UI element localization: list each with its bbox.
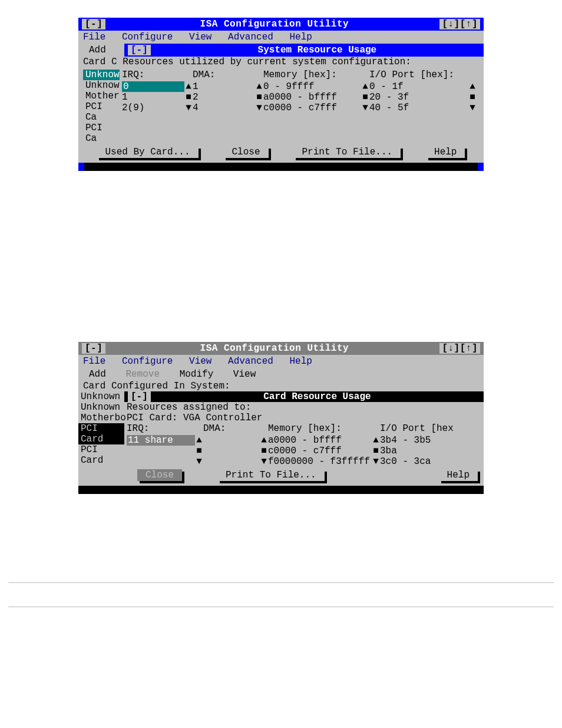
app-title: ISA Configuration Utility	[109, 19, 439, 29]
scroll-up-icon[interactable]	[195, 435, 203, 446]
scroll-up-icon[interactable]	[260, 435, 268, 446]
scroll-thumb-icon[interactable]	[361, 92, 369, 103]
dialog-title: Card Resource Usage	[154, 391, 480, 402]
menu-view[interactable]: View	[189, 356, 211, 367]
scroll-thumb-icon[interactable]	[372, 446, 380, 456]
irq-value[interactable]: 0	[122, 81, 184, 92]
resource-row[interactable]: 0 1 0 - 9ffff 0 - 1f	[122, 81, 477, 92]
io-value[interactable]: 0 - 1f	[369, 81, 468, 92]
card-list-item[interactable]: PCI Card	[78, 444, 124, 466]
sysmenu-button[interactable]: [-]	[82, 19, 105, 29]
submenu-modify[interactable]: Modify	[180, 369, 214, 380]
used-by-card-button[interactable]: Used By Card...	[97, 146, 198, 158]
menu-advanced[interactable]: Advanced	[228, 356, 273, 367]
separator	[8, 607, 554, 607]
card-list-item[interactable]: PCI Ca	[83, 123, 120, 144]
dialog-headline: Card C Resources utilized by current sys…	[78, 57, 484, 67]
menu-configure[interactable]: Configure	[122, 32, 173, 42]
memory-value[interactable]: 0 - 9ffff	[263, 81, 361, 92]
menu-help[interactable]: Help	[289, 356, 312, 367]
configured-label: Card Configured In System:	[78, 381, 484, 391]
assigned-card: PCI Card: VGA Controller	[127, 413, 481, 423]
scroll-up-icon[interactable]	[255, 81, 263, 92]
resource-row[interactable]: 1 2 a0000 - bffff 20 - 3f	[122, 92, 477, 103]
card-list[interactable]: Unknown	[78, 391, 124, 402]
irq-value[interactable]: 11 share	[127, 435, 195, 446]
scroll-thumb-icon[interactable]	[195, 446, 203, 456]
menu-file[interactable]: File	[83, 356, 105, 367]
title-bar: [-] ISA Configuration Utility [↓][↑]	[78, 18, 484, 31]
memory-value[interactable]: a0000 - bffff	[268, 435, 372, 446]
minmax-buttons[interactable]: [↓][↑]	[439, 343, 480, 354]
help-button[interactable]: Help	[439, 469, 478, 481]
assigned-label: Resources assigned to:	[127, 402, 481, 413]
scroll-down-icon[interactable]	[195, 456, 203, 467]
separator	[8, 582, 554, 583]
io-value[interactable]: 3b4 - 3b5	[380, 435, 481, 446]
dma-value[interactable]: 1	[193, 81, 255, 92]
scroll-thumb-icon[interactable]	[468, 92, 477, 103]
scroll-down-icon[interactable]	[361, 103, 369, 113]
resource-row[interactable]: c0000 - c7fff 3ba	[127, 446, 481, 456]
card-list-item[interactable]: PCI Ca	[83, 101, 120, 123]
scroll-up-icon[interactable]	[372, 435, 380, 446]
menu-advanced[interactable]: Advanced	[228, 32, 273, 42]
title-bar: [-] ISA Configuration Utility [↓][↑]	[78, 342, 484, 355]
print-to-file-button[interactable]: Print To File...	[293, 146, 401, 158]
card-list-item[interactable]: PCI Card	[78, 423, 124, 444]
card-list-item[interactable]: Mother	[83, 91, 120, 101]
help-button[interactable]: Help	[426, 146, 465, 158]
print-to-file-button[interactable]: Print To File...	[217, 469, 325, 481]
scroll-down-icon[interactable]	[184, 103, 193, 113]
menu-help[interactable]: Help	[289, 32, 312, 42]
close-button[interactable]: Close	[137, 469, 182, 481]
menu-view[interactable]: View	[189, 32, 211, 42]
menu-bar[interactable]: File Configure View Advanced Help	[78, 355, 484, 368]
card-list-item[interactable]: Unknow	[83, 70, 120, 80]
scroll-up-icon[interactable]	[361, 81, 369, 92]
menu-file[interactable]: File	[83, 32, 105, 42]
minmax-buttons[interactable]: [↓][↑]	[439, 19, 480, 29]
submenu-remove: Remove	[125, 369, 160, 380]
scroll-down-icon[interactable]	[372, 456, 380, 467]
submenu-add[interactable]: Add	[89, 369, 106, 380]
scroll-up-icon[interactable]	[468, 81, 477, 92]
resource-row[interactable]: 11 share a0000 - bffff 3b4 - 3b5	[127, 435, 481, 446]
app-title: ISA Configuration Utility	[109, 343, 439, 354]
submenu-bar[interactable]: Add Remove Modify View	[78, 368, 484, 381]
card-list[interactable]: Unknown Motherbo PCI Card PCI Card	[78, 402, 124, 467]
card-list-item[interactable]: Unknow	[83, 80, 120, 91]
dialog-sysmenu[interactable]: [-]	[128, 45, 151, 55]
card-list-item[interactable]: Unknown	[78, 391, 124, 402]
scroll-thumb-icon[interactable]	[184, 92, 193, 103]
dialog-sysmenu[interactable]: [-]	[128, 391, 151, 402]
column-headers: IRQ: DMA: Memory [hex]: I/O Port [hex	[127, 423, 481, 435]
card-list[interactable]: Unknow Unknow Mother PCI Ca PCI Ca	[83, 70, 120, 144]
scroll-thumb-icon[interactable]	[255, 92, 263, 103]
column-headers: IRQ: DMA: Memory [hex]: I/O Port [hex]:	[122, 70, 477, 81]
scroll-down-icon[interactable]	[255, 103, 263, 113]
card-list-item[interactable]: Unknown	[78, 402, 124, 413]
window-card-resource-usage: [-] ISA Configuration Utility [↓][↑] Fil…	[78, 342, 484, 494]
window-system-resource-usage: [-] ISA Configuration Utility [↓][↑] Fil…	[78, 18, 484, 171]
scroll-down-icon[interactable]	[468, 103, 477, 113]
menu-bar[interactable]: File Configure View Advanced Help	[78, 31, 484, 44]
resource-row[interactable]: f0000000 - f3fffff 3c0 - 3ca	[127, 456, 481, 467]
menu-configure[interactable]: Configure	[122, 356, 173, 367]
sysmenu-button[interactable]: [-]	[82, 343, 105, 354]
dialog-title: System Resource Usage	[154, 45, 480, 55]
scroll-down-icon[interactable]	[260, 456, 268, 467]
scroll-thumb-icon[interactable]	[260, 446, 268, 456]
card-list-item[interactable]: Motherbo	[78, 413, 124, 423]
resource-row[interactable]: 2(9) 4 c0000 - c7fff 40 - 5f	[122, 103, 477, 113]
scroll-up-icon[interactable]	[184, 81, 193, 92]
close-button[interactable]: Close	[223, 146, 268, 158]
submenu-add[interactable]: Add	[89, 45, 106, 55]
submenu-view[interactable]: View	[233, 369, 256, 380]
